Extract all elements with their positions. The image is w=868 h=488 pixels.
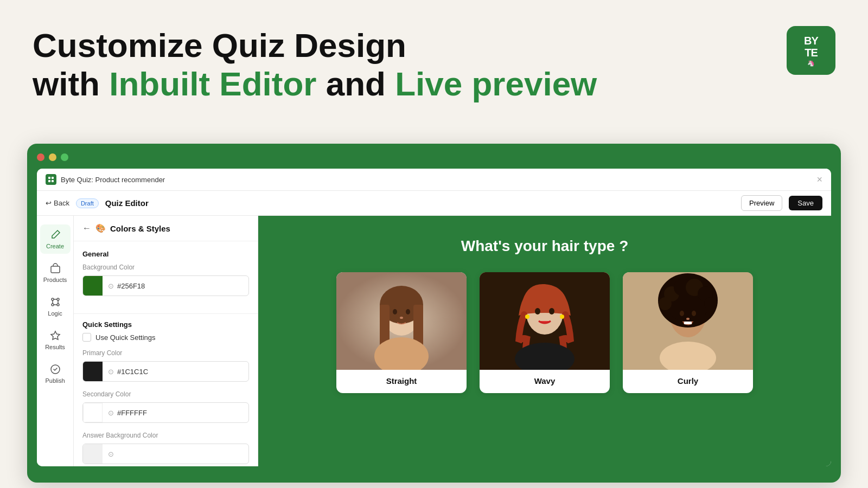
hair-image-wavy xyxy=(480,272,610,370)
sidebar-label-create: Create xyxy=(46,243,64,249)
svg-point-22 xyxy=(549,308,554,314)
sidebar-item-publish[interactable]: Publish xyxy=(40,359,71,388)
primary-color-swatch[interactable] xyxy=(83,362,103,381)
use-quick-settings-row[interactable]: Use Quick Settings xyxy=(82,333,249,342)
main-content: Create Products xyxy=(37,216,831,466)
quick-settings-section: Quick Settings Use Quick Settings Primar… xyxy=(74,313,258,466)
hair-options: Straight xyxy=(275,272,815,393)
bg-color-value: ⊙ #256F18 xyxy=(103,282,248,290)
straight-label: Straight xyxy=(336,370,467,393)
title-bar-icon xyxy=(46,174,56,185)
svg-point-17 xyxy=(406,309,410,314)
answer-bg-color-swatch[interactable] xyxy=(83,444,103,464)
answer-bg-color-input[interactable]: ⊙ xyxy=(82,444,249,464)
dot-maximize[interactable] xyxy=(61,153,68,161)
svg-point-38 xyxy=(686,318,690,320)
toolbar: ↩ Back Draft Quiz Editor Preview Save xyxy=(37,191,831,216)
svg-point-23 xyxy=(525,314,529,319)
dot-close[interactable] xyxy=(37,153,44,161)
sidebar: Create Products xyxy=(37,216,74,466)
primary-color-label: Primary Color xyxy=(82,349,249,357)
general-label: General xyxy=(82,250,249,258)
back-button[interactable]: ↩ Back xyxy=(46,199,69,207)
secondary-color-label: Secondary Color xyxy=(82,390,249,398)
svg-point-35 xyxy=(704,297,717,310)
sidebar-item-logic[interactable]: Logic xyxy=(40,292,71,321)
use-quick-settings-label: Use Quick Settings xyxy=(95,333,156,342)
products-icon xyxy=(49,262,61,274)
secondary-color-swatch[interactable] xyxy=(83,403,103,422)
eyedropper3-icon: ⊙ xyxy=(108,409,114,417)
sidebar-item-create[interactable]: Create xyxy=(40,224,71,254)
sidebar-item-results[interactable]: Results xyxy=(40,325,71,355)
app-window: Byte Quiz: Product recommender × ↩ Back … xyxy=(27,144,841,483)
save-button[interactable]: Save xyxy=(789,196,822,210)
palette-icon: 🎨 xyxy=(95,223,106,233)
hair-option-wavy[interactable]: Wavy xyxy=(480,272,610,393)
editor-panel: ← 🎨 Colors & Styles General Background C… xyxy=(74,216,258,466)
sidebar-label-logic: Logic xyxy=(48,310,62,317)
svg-point-34 xyxy=(659,297,672,310)
wavy-label: Wavy xyxy=(480,370,610,393)
panel-back-arrow[interactable]: ← xyxy=(82,223,91,233)
sidebar-label-publish: Publish xyxy=(45,377,65,384)
svg-rect-2 xyxy=(48,180,50,182)
svg-rect-39 xyxy=(684,322,692,324)
eyedropper-icon: ⊙ xyxy=(108,282,114,290)
general-section: General Background Color ⊙ #256F18 xyxy=(74,241,258,313)
window-close-button[interactable]: × xyxy=(816,175,822,184)
sidebar-item-products[interactable]: Products xyxy=(40,258,71,287)
svg-point-8 xyxy=(57,304,59,306)
hero-line1: Customize Quiz Design xyxy=(33,27,406,64)
svg-point-18 xyxy=(400,317,403,319)
secondary-color-value: ⊙ #FFFFFF xyxy=(103,409,248,417)
quiz-question: What's your hair type ? xyxy=(461,237,628,255)
bg-color-swatch[interactable] xyxy=(83,276,103,296)
sidebar-label-results: Results xyxy=(45,344,65,350)
hero-line2-start: with xyxy=(33,65,109,102)
dot-minimize[interactable] xyxy=(49,153,56,161)
publish-icon xyxy=(49,363,61,375)
results-icon xyxy=(49,330,61,342)
svg-point-21 xyxy=(535,308,540,314)
logic-icon xyxy=(49,296,61,308)
hair-option-straight[interactable]: Straight xyxy=(336,272,467,393)
hero-green1: Inbuilt Editor xyxy=(109,65,316,102)
title-bar: Byte Quiz: Product recommender × xyxy=(37,169,831,191)
brand-logo: BYTE 🦄 xyxy=(787,26,835,75)
preview-area: What's your hair type ? xyxy=(258,216,831,466)
hero-title: Customize Quiz Design with Inbuilt Edito… xyxy=(33,26,835,104)
hair-option-curly[interactable]: Curly xyxy=(623,272,753,393)
hair-image-curly xyxy=(623,272,753,370)
hero-section: Customize Quiz Design with Inbuilt Edito… xyxy=(0,0,868,120)
use-quick-settings-checkbox[interactable] xyxy=(82,333,91,342)
svg-point-36 xyxy=(680,311,684,316)
sidebar-label-products: Products xyxy=(43,277,67,283)
preview-button[interactable]: Preview xyxy=(741,195,782,211)
background-color-input[interactable]: ⊙ #256F18 xyxy=(82,275,249,296)
panel-title: Colors & Styles xyxy=(110,224,170,233)
svg-rect-0 xyxy=(48,177,50,179)
back-arrow-icon: ↩ xyxy=(46,199,52,207)
curly-label: Curly xyxy=(623,370,753,393)
secondary-color-input[interactable]: ⊙ #FFFFFF xyxy=(82,402,249,423)
panel-header: ← 🎨 Colors & Styles xyxy=(74,216,258,241)
hero-line2-mid: and xyxy=(316,65,395,102)
svg-rect-1 xyxy=(52,177,54,179)
primary-color-input[interactable]: ⊙ #1C1C1C xyxy=(82,361,249,382)
window-title: Byte Quiz: Product recommender xyxy=(61,176,816,184)
window-controls xyxy=(37,153,831,161)
editor-title: Quiz Editor xyxy=(105,198,735,208)
create-icon xyxy=(49,229,61,241)
svg-point-24 xyxy=(560,314,564,319)
quick-settings-title: Quick Settings xyxy=(82,320,249,329)
eyedropper4-icon: ⊙ xyxy=(108,450,114,458)
svg-point-37 xyxy=(692,311,696,316)
primary-color-value: ⊙ #1C1C1C xyxy=(103,368,248,376)
svg-point-16 xyxy=(393,309,397,314)
eyedropper2-icon: ⊙ xyxy=(108,368,114,376)
draft-badge: Draft xyxy=(76,198,99,208)
svg-rect-4 xyxy=(51,266,60,273)
answer-bg-color-label: Answer Background Color xyxy=(82,432,249,439)
svg-point-5 xyxy=(52,298,54,300)
